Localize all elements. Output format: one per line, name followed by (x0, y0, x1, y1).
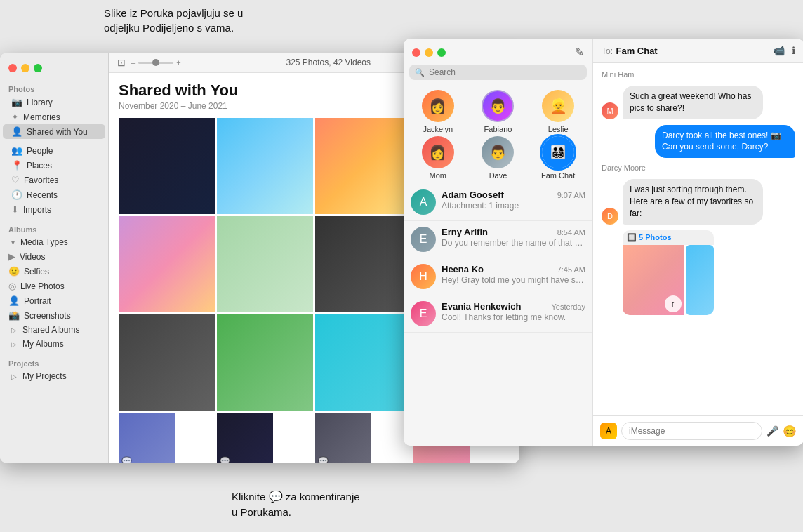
msg-maximize-button[interactable] (437, 48, 446, 57)
sidebar-label-videos: Videos (20, 252, 45, 262)
sidebar-item-screenshots[interactable]: 📸 Screenshots (3, 308, 105, 323)
share-button[interactable]: ↑ (665, 295, 682, 312)
messages-sidebar: ✎ 🔍 👩 Jackelyn 👨 Fabiano 👱 Leslie 👩 Mom (404, 39, 593, 446)
sidebar-label-my-projects: My Projects (22, 371, 67, 381)
sidebar-item-shared-with-you[interactable]: 👤 Shared with You (3, 124, 105, 139)
msg-close-button[interactable] (412, 48, 420, 57)
photo-cell[interactable]: 💬 (315, 413, 371, 463)
maximize-button[interactable] (34, 64, 42, 72)
compose-icon[interactable]: ✎ (575, 46, 584, 59)
sidebar-item-memories[interactable]: ✦ Memories (3, 109, 105, 124)
avatar-jackelyn: 👩 (422, 90, 454, 122)
videos-icon: ▶ (8, 251, 15, 262)
sidebar-label-imports: Imports (23, 205, 51, 215)
sidebar-label-favorites: Favorites (24, 175, 58, 185)
sidebar-label-shared-albums: Shared Albums (22, 325, 79, 335)
chat-to-label: To: (602, 46, 613, 56)
photo-cell[interactable] (217, 216, 313, 312)
sidebar-item-selfies[interactable]: 🙂 Selfies (3, 264, 105, 279)
sidebar-label-people: People (27, 146, 53, 156)
sidebar-item-imports[interactable]: ⬇ Imports (3, 202, 105, 217)
photo-cell[interactable] (315, 118, 411, 214)
search-input[interactable] (429, 67, 581, 77)
msg-row-darcy-photos: 🔲 5 Photos ↑ (602, 230, 795, 315)
zoom-minus[interactable]: – (131, 58, 135, 67)
sidebar-item-favorites[interactable]: ♡ Favorites (3, 173, 105, 187)
sidebar-item-library[interactable]: 📷 Library (3, 95, 105, 109)
pinned-dave[interactable]: 👨 Dave (470, 136, 527, 180)
photos-attachment[interactable]: 🔲 5 Photos ↑ (623, 230, 714, 315)
sidebar-label-library: Library (27, 98, 53, 107)
pinned-famchat[interactable]: 👨‍👩‍👧‍👦 Fam Chat (529, 136, 587, 180)
conv-name-adam: Adam Gooseff (442, 189, 504, 200)
message-input[interactable] (621, 422, 762, 440)
sidebar-item-people[interactable]: 👥 People (3, 143, 105, 158)
photo-cell[interactable] (217, 314, 313, 411)
sidebar-item-my-albums[interactable]: ▷ My Albums (3, 337, 105, 351)
projects-section-label: Projects (0, 355, 108, 369)
conv-time-heena: 7:45 AM (557, 265, 585, 274)
chat-to-row: To: Fam Chat (602, 44, 658, 57)
info-icon[interactable]: ℹ (792, 45, 795, 56)
conv-preview-evania: Cool! Thanks for letting me know. (442, 312, 585, 322)
conv-item-evania[interactable]: E Evania Henkewich Yesterday Cool! Thank… (404, 295, 592, 333)
pinned-mom[interactable]: 👩 Mom (409, 136, 467, 180)
sidebar-item-my-projects[interactable]: ▷ My Projects (3, 369, 105, 383)
search-bar[interactable]: 🔍 (409, 65, 587, 80)
people-icon: 👥 (11, 145, 22, 156)
conv-preview-heena: Hey! Gray told me you might have some go… (442, 275, 585, 285)
close-button[interactable] (8, 64, 17, 72)
pinned-fabiano[interactable]: 👨 Fabiano (470, 90, 527, 133)
darcy-avatar-spacer (602, 298, 618, 315)
zoom-plus[interactable]: + (176, 58, 180, 67)
comment-icon[interactable]: 💬 (220, 456, 230, 463)
pinned-leslie[interactable]: 👱 Leslie (529, 90, 587, 133)
sidebar-label-recents: Recents (27, 190, 58, 200)
sidebar-item-videos[interactable]: ▶ Videos (3, 249, 105, 264)
photo-cell[interactable] (217, 118, 313, 214)
selfies-icon: 🙂 (8, 266, 20, 277)
photo-cell[interactable] (119, 118, 215, 214)
conv-content-evania: Evania Henkewich Yesterday Cool! Thanks … (442, 301, 585, 322)
pinned-label-jackelyn: Jackelyn (423, 125, 453, 133)
sidebar-item-recents[interactable]: 🕐 Recents (3, 187, 105, 202)
comment-icon[interactable]: 💬 (121, 456, 132, 463)
conv-name-erny: Erny Arifin (442, 227, 488, 237)
shared-albums-arrow: ▷ (11, 326, 17, 334)
sidebar-item-places[interactable]: 📍 Places (3, 158, 105, 173)
annotation-bottom: Kliknite 💬 za komentiranjeu Porukama. (232, 489, 360, 519)
avatar-erny: E (411, 227, 436, 252)
msg-tl-group (412, 48, 446, 57)
photo-cell[interactable] (315, 216, 411, 312)
video-call-icon[interactable]: 📹 (773, 45, 785, 56)
conv-item-adam[interactable]: A Adam Gooseff 9:07 AM Attachment: 1 ima… (404, 184, 592, 221)
photo-cell[interactable] (119, 216, 215, 312)
pinned-conversations: 👩 Jackelyn 👨 Fabiano 👱 Leslie 👩 Mom 👨 Da… (404, 86, 592, 184)
sidebar-item-portrait[interactable]: 👤 Portrait (3, 293, 105, 308)
comment-icon[interactable]: 💬 (318, 456, 328, 463)
msg-minimize-button[interactable] (425, 48, 433, 57)
sidebar-item-media-types[interactable]: ▾ Media Types (3, 235, 105, 249)
minimize-button[interactable] (21, 64, 29, 72)
photo-thumb-2[interactable] (686, 245, 714, 315)
slideshow-icon[interactable]: ⊡ (117, 57, 126, 68)
conv-item-heena[interactable]: H Heena Ko 7:45 AM Hey! Gray told me you… (404, 258, 592, 295)
photo-thumb-1[interactable]: ↑ (623, 245, 684, 315)
app-store-icon[interactable]: A (600, 423, 617, 439)
sidebar-label-shared-with-you: Shared with You (27, 127, 88, 137)
pinned-label-mom: Mom (430, 171, 446, 180)
chat-header: To: Fam Chat 📹 ℹ (593, 39, 803, 63)
photo-cell[interactable]: 💬 (217, 413, 273, 463)
pinned-jackelyn[interactable]: 👩 Jackelyn (409, 90, 467, 133)
sidebar-item-shared-albums[interactable]: ▷ Shared Albums (3, 323, 105, 337)
emoji-icon[interactable]: 😊 (783, 425, 797, 438)
zoom-slider[interactable]: – + (131, 58, 181, 67)
photo-cell[interactable] (119, 314, 215, 411)
dictation-icon[interactable]: 🎤 (766, 425, 778, 437)
msg-row-received-1: M Such a great weekend! Who has pics to … (602, 86, 795, 119)
conv-item-erny[interactable]: E Erny Arifin 8:54 AM Do you remember th… (404, 221, 592, 258)
photo-cell[interactable]: 💬 (119, 413, 175, 463)
conv-header-evania: Evania Henkewich Yesterday (442, 301, 585, 312)
sidebar-item-live-photos[interactable]: ◎ Live Photos (3, 279, 105, 293)
photo-cell[interactable] (315, 314, 411, 411)
